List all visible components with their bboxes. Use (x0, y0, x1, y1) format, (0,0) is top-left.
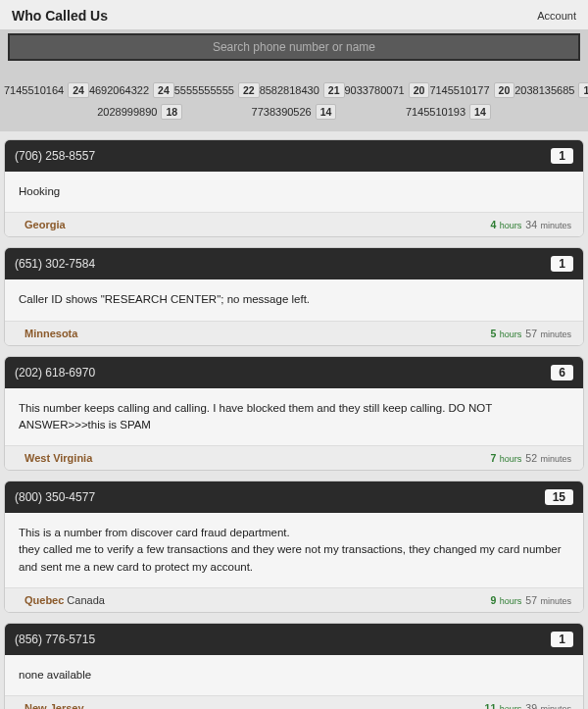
call-entry-footer: West Virginia7 hours52 minutes (5, 445, 583, 470)
search-section (0, 29, 588, 71)
location-region: Minnesota (24, 328, 77, 339)
top-numbers-row-2: 202899989018773839052614714551019314 (63, 104, 525, 120)
top-number-value: 5555555555 (174, 84, 234, 96)
top-number-value: 9033780071 (345, 84, 405, 96)
call-entry: (651) 302-75841Caller ID shows "RESEARCH… (4, 247, 584, 345)
timestamp: 11 hours39 minutes (485, 702, 571, 709)
top-numbers-section: 7145510164244692064322245555555555228582… (0, 71, 588, 131)
top-number-item[interactable]: 202899989018 (97, 104, 182, 120)
top-number-count: 24 (68, 82, 89, 98)
top-number-count: 14 (469, 104, 491, 120)
top-number-count: 18 (161, 104, 182, 120)
top-number-item[interactable]: 203813568518 (514, 82, 588, 98)
top-number-item[interactable]: 555555555522 (174, 82, 260, 98)
location-region: Quebec (24, 594, 64, 606)
location[interactable]: Georgia (24, 219, 66, 230)
hours-value: 4 (490, 219, 496, 230)
hours-label: hours (497, 329, 521, 339)
location-region: West Virginia (24, 452, 92, 464)
call-entry-header[interactable]: (651) 302-75841 (5, 248, 583, 279)
top-number-count: 14 (316, 104, 337, 120)
call-entry-header[interactable]: (706) 258-85571 (5, 140, 583, 172)
call-entry: (856) 776-57151none availableNew Jersey1… (4, 623, 584, 709)
phone-number: (202) 618-6970 (15, 366, 95, 380)
top-number-count: 20 (409, 82, 430, 98)
minutes-value: 57 (525, 328, 537, 339)
location-region: New Jersey (24, 702, 84, 709)
phone-number: (856) 776-5715 (15, 633, 95, 646)
top-number-value: 4692064322 (89, 84, 149, 96)
top-number-item[interactable]: 714551017720 (429, 82, 514, 98)
top-number-value: 7145510164 (4, 84, 64, 96)
location[interactable]: New Jersey (24, 702, 84, 709)
timestamp: 4 hours34 minutes (490, 219, 571, 230)
search-input[interactable] (8, 33, 580, 61)
top-number-count: 18 (578, 82, 588, 98)
top-number-item[interactable]: 714551016424 (4, 82, 89, 98)
location-region: Georgia (24, 219, 66, 230)
call-entry: (800) 350-457715This is a number from di… (4, 481, 584, 613)
call-entry-body: Caller ID shows "RESEARCH CENTER"; no me… (5, 279, 583, 320)
call-entry-footer: Minnesota5 hours57 minutes (5, 321, 583, 345)
call-entry-body: none available (5, 655, 583, 695)
phone-number: (800) 350-4577 (15, 490, 95, 504)
location[interactable]: QuebecCanada (24, 594, 105, 606)
call-entry-header[interactable]: (800) 350-457715 (5, 481, 583, 513)
report-count-badge: 1 (551, 256, 573, 272)
call-entry: (202) 618-69706This number keeps calling… (4, 356, 584, 472)
hours-label: hours (497, 596, 521, 606)
top-number-count: 21 (323, 82, 345, 98)
top-number-value: 7738390526 (252, 106, 312, 118)
call-entry-body: Hooking (5, 172, 583, 212)
phone-number: (706) 258-8557 (15, 149, 95, 163)
call-entry-header[interactable]: (202) 618-69706 (5, 357, 583, 388)
top-number-value: 2028999890 (97, 106, 157, 118)
minutes-label: minutes (538, 596, 571, 606)
call-entry-header[interactable]: (856) 776-57151 (5, 624, 583, 655)
account-link[interactable]: Account (537, 10, 576, 22)
location[interactable]: Minnesota (24, 328, 77, 339)
top-number-item[interactable]: 858281843021 (260, 82, 345, 98)
call-entry-footer: QuebecCanada9 hours57 minutes (5, 587, 583, 612)
timestamp: 9 hours57 minutes (490, 594, 571, 606)
minutes-label: minutes (538, 329, 571, 339)
hours-value: 5 (490, 328, 496, 339)
top-number-item[interactable]: 903378007120 (345, 82, 430, 98)
brand-title: Who Called Us (12, 8, 108, 24)
call-entry-footer: New Jersey11 hours39 minutes (5, 695, 583, 709)
top-number-value: 8582818430 (260, 84, 319, 96)
top-number-value: 7145510177 (429, 84, 489, 96)
report-count-badge: 6 (551, 365, 573, 380)
top-number-count: 20 (494, 82, 515, 98)
top-number-item[interactable]: 469206432224 (89, 82, 174, 98)
minutes-label: minutes (538, 454, 571, 464)
location-country: Canada (67, 594, 105, 606)
top-number-count: 22 (238, 82, 260, 98)
report-count-badge: 1 (551, 148, 573, 164)
minutes-value: 34 (525, 219, 537, 230)
minutes-value: 39 (525, 702, 537, 709)
top-numbers-row-1: 7145510164244692064322245555555555228582… (4, 82, 584, 98)
hours-value: 11 (485, 702, 497, 709)
minutes-label: minutes (538, 704, 571, 709)
call-entry-body: This number keeps calling and calling. I… (5, 388, 583, 446)
hours-label: hours (497, 454, 521, 464)
minutes-value: 52 (525, 452, 537, 464)
call-entry-footer: Georgia4 hours34 minutes (5, 212, 583, 236)
call-entry-body: This is a number from discover card frau… (5, 513, 583, 587)
hours-label: hours (497, 221, 521, 230)
hours-label: hours (497, 704, 521, 709)
phone-number: (651) 302-7584 (15, 257, 95, 271)
location[interactable]: West Virginia (24, 452, 92, 464)
minutes-value: 57 (525, 594, 537, 606)
top-number-item[interactable]: 714551019314 (406, 104, 491, 120)
timestamp: 7 hours52 minutes (490, 452, 571, 464)
minutes-label: minutes (538, 221, 571, 230)
top-bar: Who Called Us Account (0, 0, 588, 29)
top-number-item[interactable]: 773839052614 (252, 104, 337, 120)
call-entry: (706) 258-85571HookingGeorgia4 hours34 m… (4, 139, 584, 237)
top-number-value: 7145510193 (406, 106, 466, 118)
top-number-value: 2038135685 (514, 84, 574, 96)
report-count-badge: 15 (545, 489, 573, 505)
timestamp: 5 hours57 minutes (490, 328, 571, 339)
